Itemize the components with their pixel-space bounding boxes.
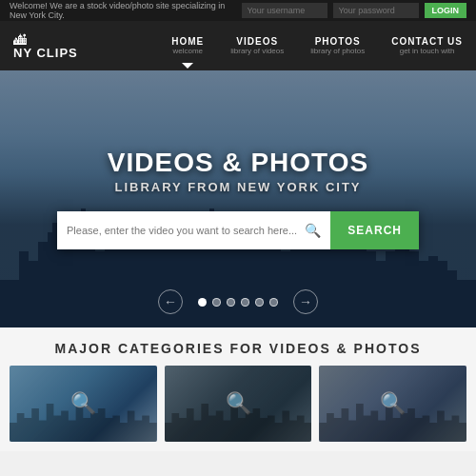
category-item-3[interactable]: 🔍 <box>319 366 466 442</box>
nav-sub-home: welcome <box>171 47 204 55</box>
search-input-wrap: 🔍 <box>57 211 330 249</box>
top-bar-auth: LOGIN <box>242 3 467 18</box>
logo[interactable]: 🏙 NY CLIPS <box>13 33 78 59</box>
nav-item-photos[interactable]: PHOTOS library of photos <box>310 36 365 55</box>
password-input[interactable] <box>333 3 419 18</box>
nav-sub-photos: library of photos <box>310 47 365 55</box>
carousel-dot-3[interactable] <box>227 298 235 307</box>
search-button[interactable]: SEARCH <box>330 211 419 249</box>
carousel-prev[interactable]: ← <box>158 289 183 314</box>
hero-title: VIDEOS & PHOTOS <box>108 149 368 178</box>
nav-item-contact[interactable]: CONTACT US get in touch with <box>391 36 463 55</box>
categories-title: MAJOR CATEGORIES FOR VIDEOS & PHOTOS <box>10 341 466 356</box>
main-nav: 🏙 NY CLIPS HOME welcome VIDEOS library o… <box>0 21 476 70</box>
nav-item-videos[interactable]: VIDEOS library of videos <box>230 36 284 55</box>
cat-overlay-1: 🔍 <box>10 366 157 442</box>
nav-links: HOME welcome VIDEOS library of videos PH… <box>171 36 463 55</box>
username-input[interactable] <box>242 3 327 18</box>
search-bar: 🔍 SEARCH <box>57 211 419 249</box>
nav-label-videos: VIDEOS <box>230 36 284 47</box>
cat-overlay-2: 🔍 <box>165 366 312 442</box>
login-button[interactable]: LOGIN <box>425 3 467 18</box>
nav-label-photos: PHOTOS <box>310 36 365 47</box>
categories-section: MAJOR CATEGORIES FOR VIDEOS & PHOTOS 🔍 🔍… <box>0 327 476 451</box>
nav-sub-videos: library of videos <box>230 47 284 55</box>
cat-search-icon-3: 🔍 <box>380 391 406 416</box>
carousel-dot-4[interactable] <box>241 298 249 307</box>
top-bar: Welcome! We are a stock video/photo site… <box>0 0 476 21</box>
categories-grid: 🔍 🔍 🔍 <box>10 366 466 442</box>
carousel-dot-2[interactable] <box>212 298 221 307</box>
logo-text: NY CLIPS <box>13 47 78 59</box>
carousel-dot-1[interactable] <box>198 298 207 307</box>
hero-subtitle: LIBRARY FROM NEW YORK CITY <box>114 180 361 194</box>
search-icon: 🔍 <box>305 223 321 238</box>
nav-label-contact: CONTACT US <box>391 36 463 47</box>
hero-section: VIDEOS & PHOTOS LIBRARY FROM NEW YORK CI… <box>0 70 476 327</box>
nav-sub-contact: get in touch with <box>391 47 463 55</box>
carousel-dot-6[interactable] <box>269 298 278 307</box>
carousel-dot-5[interactable] <box>255 298 264 307</box>
cat-search-icon-1: 🔍 <box>70 391 96 416</box>
nav-label-home: HOME <box>171 36 204 47</box>
carousel-controls: ← → <box>0 289 476 314</box>
search-input[interactable] <box>67 225 299 236</box>
carousel-next[interactable]: → <box>293 289 318 314</box>
category-item-2[interactable]: 🔍 <box>165 366 312 442</box>
cat-search-icon-2: 🔍 <box>226 391 251 416</box>
nav-item-home[interactable]: HOME welcome <box>171 36 204 55</box>
cat-overlay-3: 🔍 <box>319 366 466 442</box>
top-bar-message: Welcome! We are a stock video/photo site… <box>10 1 242 20</box>
logo-icon: 🏙 <box>13 33 27 47</box>
carousel-dots <box>198 298 278 307</box>
category-item-1[interactable]: 🔍 <box>10 366 157 442</box>
